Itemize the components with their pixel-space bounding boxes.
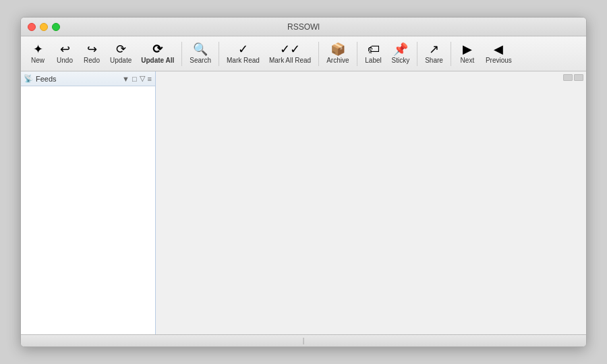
share-button[interactable]: ↗ Share — [421, 39, 447, 69]
window-title: RSSOWl — [287, 22, 320, 32]
sticky-icon: 📌 — [393, 43, 408, 55]
feeds-title-area: 📡 Feeds — [24, 74, 57, 83]
main-content-panel — [156, 71, 586, 334]
search-button[interactable]: 🔍 Search — [185, 39, 215, 69]
archive-label: Archive — [326, 57, 349, 64]
archive-button[interactable]: 📦 Archive — [322, 39, 353, 69]
previous-icon: ◀ — [494, 43, 503, 55]
feeds-filter-icon[interactable]: ▼ — [121, 74, 130, 84]
share-icon: ↗ — [429, 43, 439, 55]
mark-all-read-icon: ✓✓ — [280, 43, 300, 55]
undo-icon: ↩ — [60, 43, 70, 55]
sticky-label: Sticky — [392, 57, 410, 64]
mark-all-read-button[interactable]: ✓✓ Mark All Read — [265, 39, 315, 69]
app-window: RSSOWl ✦ New ↩ Undo ↪ Redo ⟳ Update ⟳ Up… — [20, 17, 587, 347]
update-icon: ⟳ — [116, 43, 126, 55]
separator-5 — [417, 42, 417, 66]
statusbar-resize-handle: | — [299, 337, 308, 345]
feeds-header: 📡 Feeds ▼ □ ▽ ≡ — [21, 71, 155, 86]
content-area: 📡 Feeds ▼ □ ▽ ≡ — [21, 71, 586, 334]
redo-icon: ↪ — [87, 43, 97, 55]
update-button[interactable]: ⟳ Update — [106, 39, 136, 69]
previous-label: Previous — [486, 57, 512, 64]
statusbar: | — [21, 334, 586, 346]
update-all-button[interactable]: ⟳ Update All — [137, 39, 178, 69]
separator-1 — [181, 42, 182, 66]
feeds-add-icon[interactable]: □ — [132, 74, 138, 84]
new-label: New — [31, 57, 45, 64]
redo-label: Redo — [84, 57, 100, 64]
sticky-button[interactable]: 📌 Sticky — [388, 39, 414, 69]
label-button[interactable]: 🏷 Label — [361, 39, 386, 69]
panel-controls — [563, 74, 583, 81]
undo-label: Undo — [57, 57, 73, 64]
maximize-button[interactable] — [52, 23, 60, 31]
archive-icon: 📦 — [330, 43, 345, 55]
feeds-body — [21, 86, 155, 334]
feeds-rss-icon: 📡 — [24, 74, 33, 83]
previous-button[interactable]: ◀ Previous — [482, 39, 516, 69]
separator-4 — [357, 42, 357, 66]
mark-all-read-label: Mark All Read — [269, 57, 311, 64]
update-label: Update — [110, 57, 132, 64]
next-label: Next — [461, 57, 475, 64]
update-all-label: Update All — [141, 57, 174, 64]
feeds-collapse-icon[interactable]: ▽ — [139, 73, 146, 84]
feeds-title: Feeds — [36, 75, 57, 83]
share-label: Share — [425, 57, 443, 64]
next-button[interactable]: ▶ Next — [455, 39, 480, 69]
feeds-panel: 📡 Feeds ▼ □ ▽ ≡ — [21, 71, 156, 334]
close-button[interactable] — [28, 23, 36, 31]
new-icon: ✦ — [33, 43, 43, 55]
next-icon: ▶ — [463, 43, 472, 55]
label-icon: 🏷 — [368, 43, 380, 55]
toolbar: ✦ New ↩ Undo ↪ Redo ⟳ Update ⟳ Update Al… — [21, 36, 586, 71]
search-icon: 🔍 — [193, 43, 208, 55]
feeds-toolbar-icons: ▼ □ ▽ ≡ — [121, 73, 152, 84]
label-label: Label — [365, 57, 381, 64]
separator-6 — [451, 42, 451, 66]
minimize-button[interactable] — [40, 23, 48, 31]
mark-read-icon: ✓ — [238, 43, 248, 55]
redo-button[interactable]: ↪ Redo — [79, 39, 105, 69]
new-button[interactable]: ✦ New — [25, 39, 51, 69]
traffic-lights — [28, 23, 60, 31]
panel-maximize-btn[interactable] — [574, 74, 583, 81]
update-all-icon: ⟳ — [152, 43, 163, 55]
undo-button[interactable]: ↩ Undo — [52, 39, 78, 69]
titlebar: RSSOWl — [21, 18, 586, 36]
search-label: Search — [190, 57, 211, 64]
mark-read-label: Mark Read — [227, 57, 260, 64]
separator-2 — [219, 42, 219, 66]
panel-minimize-btn[interactable] — [563, 74, 573, 81]
feeds-more-icon[interactable]: ≡ — [147, 74, 152, 84]
separator-3 — [318, 42, 319, 66]
mark-read-button[interactable]: ✓ Mark Read — [223, 39, 264, 69]
